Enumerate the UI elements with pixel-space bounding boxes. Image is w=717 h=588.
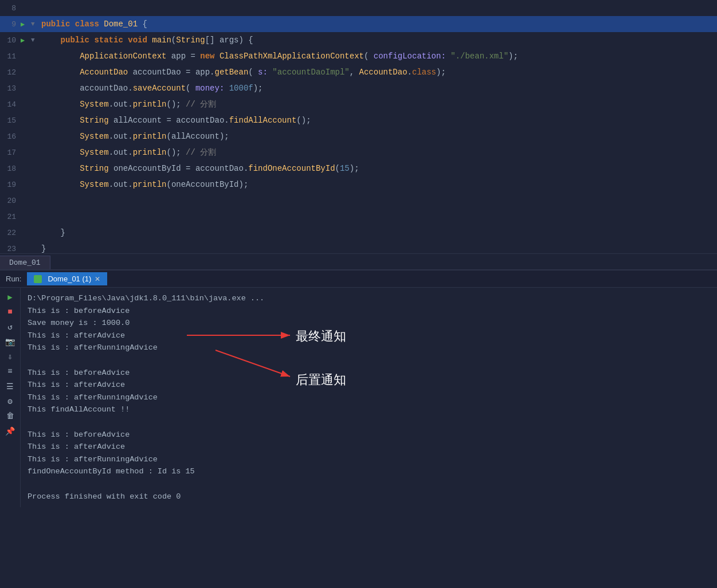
run-scroll-icon[interactable]: ⇩ [5, 351, 16, 362]
code-line-12: 12 AccountDao accountDao = app.getBean( … [0, 64, 717, 80]
code-line-15: 15 String allAccount = accountDao.findAl… [0, 112, 717, 128]
code-line-18: 18 String oneAccountById = accountDao.fi… [0, 160, 717, 177]
code-line-13: 13 accountDao.saveAccount( money: 1000f)… [0, 80, 717, 96]
code-lines: 8 9 ▶ ▼ public class Dome_01 { 10 ▶ ▼ pu… [0, 0, 717, 253]
code-line-9: 9 ▶ ▼ public class Dome_01 { [0, 16, 717, 32]
console-line-2: Save money is : 1000.0 [28, 317, 710, 330]
run-pin-icon[interactable]: 📌 [5, 425, 16, 437]
code-line-23: 23 } [0, 241, 717, 253]
run-tab-active[interactable]: Dome_01 (1) ✕ [27, 272, 107, 285]
console-line-8: This findAllAccount !! [28, 403, 710, 416]
code-line-19: 19 System.out.println(oneAccountById); [0, 177, 717, 193]
code-line-10: 10 ▶ ▼ public static void main(String[] … [0, 32, 717, 48]
console-line-9: This is : beforeAdvice [28, 429, 710, 441]
code-line-11: 11 ApplicationContext app = new ClassPat… [0, 48, 717, 64]
code-line-22: 22 } [0, 225, 717, 241]
run-panel: Run: Dome_01 (1) ✕ ▶ ■ ↺ 📷 ⇩ ≡ ☰ ⚙ 🗑 📌 D… [0, 269, 717, 507]
console-line-7: This is : afterRunningAdvice [28, 391, 710, 404]
console-line-12: findOneAccountById method : Id is 15 [28, 465, 710, 478]
code-line-16: 16 System.out.println(allAccount); [0, 128, 717, 144]
run-tab-close-icon[interactable]: ✕ [95, 275, 100, 283]
run-list-icon[interactable]: ☰ [5, 381, 16, 392]
console-line-6: This is : afterAdvice [28, 379, 710, 391]
console-line-blank1 [28, 354, 710, 367]
run-play-icon[interactable]: ▶ [5, 291, 16, 303]
console-line-blank3 [28, 478, 710, 491]
run-stop-icon[interactable]: ■ [5, 306, 16, 317]
console-line-10: This is : afterAdvice [28, 441, 710, 453]
run-tab-bar: Run: Dome_01 (1) ✕ [0, 271, 717, 288]
run-body: ▶ ■ ↺ 📷 ⇩ ≡ ☰ ⚙ 🗑 📌 D:\Program_Files\Jav… [0, 288, 717, 507]
console-line-5: This is : beforeAdvice [28, 367, 710, 379]
run-toolbar: ▶ ■ ↺ 📷 ⇩ ≡ ☰ ⚙ 🗑 📌 [0, 288, 21, 507]
code-line-17: 17 System.out.println(); // 分割 [0, 144, 717, 160]
run-wrap-icon[interactable]: ≡ [5, 366, 16, 377]
file-tab-dome01[interactable]: Dome_01 [0, 256, 50, 269]
console-line-4: This is : afterRunningAdvice [28, 342, 710, 354]
run-settings-icon[interactable]: ⚙ [5, 395, 16, 407]
code-line-8: 8 [0, 0, 717, 16]
run-label: Run: [0, 275, 27, 283]
console-output: D:\Program_Files\Java\jdk1.8.0_111\bin\j… [21, 288, 717, 507]
console-line-13: Process finished with exit code 0 [28, 491, 710, 503]
editor-area: 8 9 ▶ ▼ public class Dome_01 { 10 ▶ ▼ pu… [0, 0, 717, 269]
run-camera-icon[interactable]: 📷 [5, 336, 16, 347]
file-tabs: Dome_01 [0, 253, 717, 269]
run-delete-icon[interactable]: 🗑 [5, 410, 16, 422]
code-line-20: 20 [0, 193, 717, 209]
run-restart-icon[interactable]: ↺ [5, 321, 16, 332]
console-line-0: D:\Program_Files\Java\jdk1.8.0_111\bin\j… [28, 292, 710, 305]
console-line-3: This is : afterAdvice [28, 330, 710, 342]
code-line-21: 21 [0, 209, 717, 225]
console-line-11: This is : afterRunningAdvice [28, 453, 710, 466]
console-line-blank2 [28, 416, 710, 429]
file-tab-label: Dome_01 [9, 258, 41, 267]
console-line-1: This is : beforeAdvice [28, 305, 710, 317]
run-tab-label: Dome_01 (1) [48, 275, 91, 283]
code-line-14: 14 System.out.println(); // 分割 [0, 96, 717, 112]
